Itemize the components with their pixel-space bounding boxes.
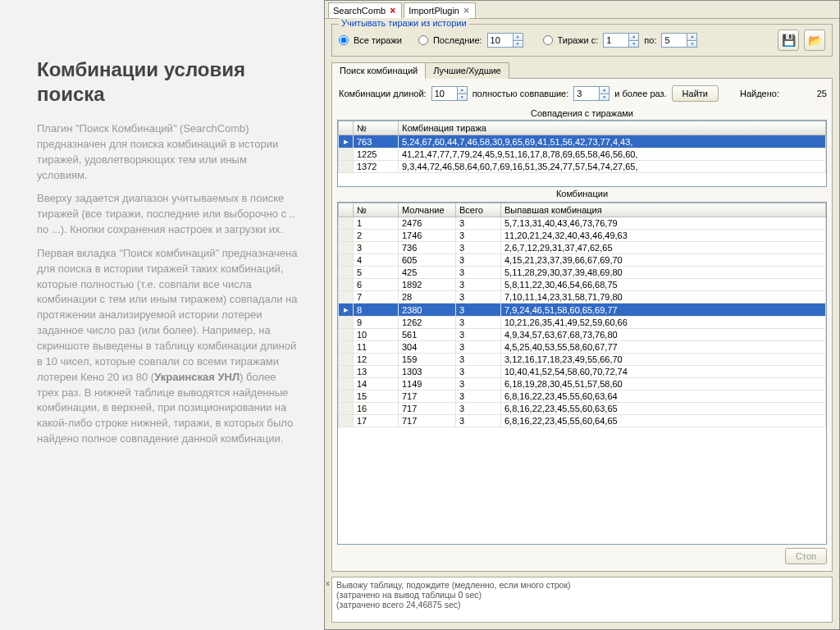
spin-to[interactable]: ▲▼	[661, 33, 697, 48]
table-row[interactable]: 373632,6,7,12,29,31,37,47,62,65	[339, 242, 826, 254]
radio-last-draws[interactable]	[418, 35, 428, 45]
table-row[interactable]: 1130434,5,25,40,53,55,58,60,67,77	[339, 341, 826, 354]
label-found: Найдено:	[740, 89, 779, 98]
chevron-down-icon: ▼	[514, 41, 523, 48]
matches-grid-wrap[interactable]: №Комбинация тиража▸7635,24,67,60,44,7,46…	[337, 120, 827, 187]
tab-search[interactable]: Поиск комбинаций	[331, 62, 426, 79]
table-row[interactable]: 1671736,8,16,22,23,45,55,60,63,65	[339, 403, 826, 415]
tab-body-search: Комбинации длиной: ▲▼ полностью совпавши…	[331, 79, 833, 572]
spin-combo-len-input[interactable]	[432, 87, 457, 100]
combos-grid[interactable]: №МолчаниеВсегоВыпавшая комбинация1247635…	[338, 203, 826, 427]
table-row[interactable]: 1771736,8,16,22,23,45,55,60,64,65	[339, 415, 826, 427]
log-line: (затрачено всего 24,46875 sec)	[336, 600, 828, 609]
table-row[interactable]: 131303310,40,41,52,54,58,60,70,72,74	[339, 366, 826, 378]
range-title: Учитывать тиражи из истории	[339, 18, 469, 28]
column-header[interactable]: Комбинация тиража	[399, 121, 826, 135]
label-last-draws: Последние:	[433, 35, 482, 45]
table-row[interactable]: 1247635,7,13,31,40,43,46,73,76,79	[339, 217, 826, 230]
chevron-up-icon: ▲	[514, 34, 523, 41]
inner-tabs: Поиск комбинаций Лучшие/Худшие	[331, 62, 833, 79]
label-from: Тиражи с:	[558, 35, 599, 45]
log-line: Вывожу таблицу, подождите (медленно, есл…	[336, 580, 828, 590]
table-row[interactable]: ▸8238037,9,24,46,51,58,60,65,69,77	[339, 304, 826, 317]
table-row[interactable]: 91262310,21,26,35,41,49,52,59,60,66	[339, 317, 826, 329]
matches-grid[interactable]: №Комбинация тиража▸7635,24,67,60,44,7,46…	[338, 121, 826, 173]
wtab-searchcomb[interactable]: SearchComb ×	[328, 2, 402, 18]
table-row[interactable]: 1215933,12,16,17,18,23,49,55,66,70	[339, 354, 826, 366]
found-value: 25	[817, 89, 827, 98]
doc-p1: Плагин "Поиск Комбинаций" (SearchComb) п…	[37, 121, 299, 183]
find-button[interactable]: Найти	[672, 85, 719, 102]
spin-to-input[interactable]	[662, 34, 687, 47]
close-icon[interactable]: ×	[462, 5, 471, 16]
table-row[interactable]: 460534,15,21,23,37,39,66,67,69,70	[339, 254, 826, 267]
save-icon[interactable]: 💾	[778, 30, 799, 51]
label-more-times: и более раз.	[614, 89, 666, 98]
table-row[interactable]: 1056134,9,34,57,63,67,68,73,76,80	[339, 329, 826, 341]
log-line: (затрачено на вывод таблицы 0 sec)	[336, 590, 828, 600]
column-header[interactable]: Выпавшая комбинация	[501, 203, 826, 217]
app-window: SearchComb × ImportPlugin × Учитывать ти…	[324, 0, 840, 630]
close-icon[interactable]: ×	[388, 5, 397, 16]
spin-full-match-input[interactable]	[574, 87, 599, 100]
window-tabs: SearchComb × ImportPlugin ×	[325, 1, 839, 19]
column-header[interactable]: Молчание	[399, 203, 456, 217]
table-row[interactable]: 14114936,18,19,28,30,45,51,57,58,60	[339, 378, 826, 390]
criteria-row: Комбинации длиной: ▲▼ полностью совпавши…	[337, 84, 827, 107]
combos-title: Комбинации	[337, 187, 827, 200]
range-groupbox: Учитывать тиражи из истории Все тиражи П…	[331, 24, 833, 57]
column-header[interactable]: №	[354, 203, 399, 217]
doc-p2: Вверху задается диапазон учитываемых в п…	[37, 191, 299, 238]
table-row[interactable]: 6189235,8,11,22,30,46,54,66,68,75	[339, 279, 826, 291]
doc-p3: Первая вкладка "Поиск комбинаций" предна…	[37, 246, 299, 447]
spin-last-input[interactable]	[488, 34, 513, 47]
label-all-draws: Все тиражи	[354, 35, 402, 45]
table-row[interactable]: 13729,3,44,72,46,58,64,60,7,69,16,51,35,…	[339, 161, 826, 173]
table-row[interactable]: 122541,21,47,77,7,79,24,45,9,51,16,17,8,…	[339, 148, 826, 161]
label-combo-len: Комбинации длиной:	[339, 89, 427, 98]
column-header[interactable]: Всего	[456, 203, 501, 217]
spin-combo-len[interactable]: ▲▼	[431, 86, 468, 101]
label-full-match: полностью совпавшие:	[472, 89, 569, 98]
spin-last[interactable]: ▲▼	[487, 33, 523, 48]
stop-button[interactable]: Стоп	[785, 548, 827, 564]
tab-bestworst[interactable]: Лучшие/Худшие	[425, 62, 509, 79]
matches-title: Совпадения с тиражами	[337, 107, 827, 120]
doc-side-panel: Комбинации условия поиска Плагин "Поиск …	[0, 0, 324, 630]
label-to: по:	[644, 35, 656, 45]
open-icon[interactable]: 📂	[804, 30, 825, 51]
log-box: x Вывожу таблицу, подождите (медленно, е…	[331, 577, 833, 623]
radio-all-draws[interactable]	[339, 35, 349, 45]
table-row[interactable]: 21746311,20,21,24,32,40,43,46,49,63	[339, 230, 826, 242]
column-header[interactable]: №	[354, 121, 399, 135]
table-row[interactable]: ▸7635,24,67,60,44,7,46,58,30,9,65,69,41,…	[339, 135, 826, 148]
table-row[interactable]: 72837,10,11,14,23,31,58,71,79,80	[339, 291, 826, 304]
table-row[interactable]: 542535,11,28,29,30,37,39,48,69,80	[339, 267, 826, 279]
wtab-importplugin[interactable]: ImportPlugin ×	[404, 2, 476, 18]
doc-title: Комбинации условия поиска	[37, 57, 299, 107]
radio-range-draws[interactable]	[543, 35, 553, 45]
spin-from[interactable]: ▲▼	[603, 33, 639, 48]
spin-full-match[interactable]: ▲▼	[573, 86, 609, 101]
spin-from-input[interactable]	[604, 34, 628, 47]
table-row[interactable]: 1571736,8,16,22,23,45,55,60,63,64	[339, 390, 826, 403]
combos-grid-wrap[interactable]: №МолчаниеВсегоВыпавшая комбинация1247635…	[337, 202, 827, 545]
close-icon[interactable]: x	[324, 580, 331, 587]
